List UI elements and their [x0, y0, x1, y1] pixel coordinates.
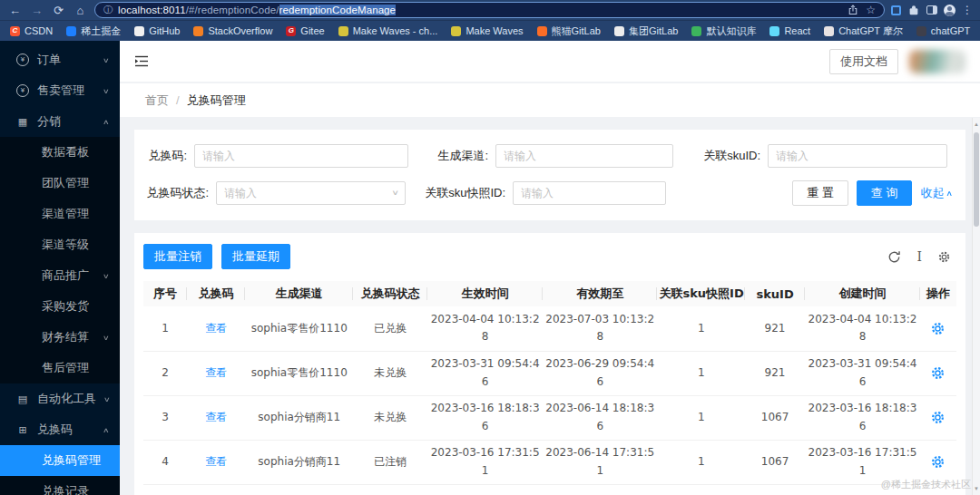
- favicon: [691, 26, 701, 36]
- view-link[interactable]: 查看: [205, 411, 227, 423]
- code-input[interactable]: [194, 144, 408, 168]
- chevron-down-icon: ∨: [103, 272, 110, 279]
- screenshot-extension-icon[interactable]: [891, 5, 901, 15]
- sidebar-item-product-promo[interactable]: 商品推广∨: [0, 260, 120, 291]
- row-settings-icon[interactable]: [930, 365, 946, 381]
- chevron-down-icon: ∨: [103, 87, 110, 94]
- favicon: G: [286, 26, 296, 36]
- content-area: 兑换码: 生成渠道: 关联skuID: 兑换码状态: ∨ 关联sku快照ID:: [120, 117, 980, 495]
- forward-icon[interactable]: →: [29, 5, 44, 16]
- bookmark-item[interactable]: Make Waves - ch...: [338, 25, 438, 36]
- reset-button[interactable]: 重 置: [792, 180, 848, 206]
- row-settings-icon[interactable]: [930, 454, 946, 470]
- bookmark-item[interactable]: chatGPT: [916, 25, 970, 36]
- scroll-up-icon[interactable]: ▲: [973, 120, 980, 129]
- batch-extend-button[interactable]: 批量延期: [221, 244, 290, 269]
- sidebar-item-team-mgmt[interactable]: 团队管理: [0, 168, 120, 199]
- reload-icon[interactable]: ⟳: [51, 5, 66, 16]
- url-selected-text: redemptionCodeManage: [279, 5, 397, 15]
- chevron-down-icon: ∨: [103, 56, 110, 63]
- sidebar-item-orders[interactable]: ¥订单∨: [0, 44, 120, 75]
- col-actions: 操作: [920, 281, 956, 306]
- bookmark-item[interactable]: React: [769, 25, 810, 36]
- sidebar-item-automation[interactable]: ▤自动化工具∨: [0, 383, 120, 414]
- chevron-down-icon: ∨: [103, 334, 110, 341]
- ticket-icon: ⊞: [16, 423, 29, 436]
- table-row: 4 查看 sophia分销商11 已注销 2023-03-16 17:31:51…: [143, 440, 956, 484]
- bookmark-item[interactable]: 集团GitLab: [614, 24, 678, 38]
- status-text: 未兑换: [353, 351, 427, 395]
- col-sku: skuID: [745, 281, 805, 306]
- table-panel: 批量注销 批量延期 I: [134, 233, 965, 495]
- row-density-icon[interactable]: I: [916, 250, 922, 263]
- breadcrumb-home[interactable]: 首页: [145, 92, 169, 109]
- redacted-user-info[interactable]: [909, 50, 965, 73]
- row-settings-icon[interactable]: [930, 410, 946, 425]
- bookmark-item[interactable]: CCSDN: [10, 25, 53, 36]
- favicon: [134, 26, 144, 36]
- browser-menu-icon[interactable]: ⋮: [962, 5, 973, 15]
- extensions-puzzle-icon[interactable]: [907, 4, 920, 16]
- sidebar-item-distribution[interactable]: ▦分销∧: [0, 106, 120, 137]
- main-area: 使用文档 首页 / 兑换码管理 兑换码: 生成渠道: 关联skuID:: [120, 41, 980, 495]
- view-link[interactable]: 查看: [205, 322, 227, 335]
- status-select[interactable]: [216, 181, 406, 205]
- query-button[interactable]: 查 询: [857, 180, 913, 206]
- side-panel-icon[interactable]: [926, 5, 937, 15]
- bookmark-item[interactable]: GitHub: [134, 25, 180, 36]
- sidebar-item-finance[interactable]: 财务结算∨: [0, 322, 120, 353]
- yen-circle-icon: ¥: [16, 53, 29, 66]
- chevron-up-icon: ∧: [103, 426, 110, 433]
- table-row: 5 查看 20231117创建 未兑换 2023-03-16 16:58:0 2…: [143, 484, 956, 495]
- bookmark-item[interactable]: GGitee: [286, 25, 324, 36]
- home-icon[interactable]: ⌂: [73, 5, 88, 16]
- share-icon[interactable]: [848, 5, 858, 15]
- url-text[interactable]: localhost:8011/#/redemptionCode/redempti…: [118, 5, 842, 15]
- sidebar-item-channel-level[interactable]: 渠道等级: [0, 229, 120, 260]
- favicon: [614, 26, 624, 36]
- favicon: [193, 26, 203, 36]
- favicon: C: [10, 26, 20, 36]
- sidebar-item-redemption-record[interactable]: 兑换记录: [0, 476, 120, 495]
- row-settings-icon[interactable]: [930, 321, 946, 336]
- table-row: 2 查看 sophia零售价1110 未兑换 2023-03-31 09:54:…: [143, 351, 956, 395]
- browser-toolbar: ← → ⟳ ⌂ ⓘ localhost:8011/#/redemptionCod…: [0, 0, 980, 20]
- channel-input[interactable]: [495, 144, 673, 168]
- view-link[interactable]: 查看: [205, 455, 227, 468]
- scrollbar-thumb[interactable]: [974, 132, 979, 227]
- channel-field-label: 生成渠道:: [423, 148, 495, 164]
- address-bar[interactable]: ⓘ localhost:8011/#/redemptionCode/redemp…: [94, 2, 885, 18]
- column-settings-icon[interactable]: [937, 250, 951, 264]
- collapse-link[interactable]: 收起∧: [920, 185, 953, 201]
- bookmark-item[interactable]: 稀土掘金: [66, 24, 121, 38]
- bookmark-star-icon[interactable]: ☆: [866, 5, 876, 15]
- view-link[interactable]: 查看: [205, 366, 227, 379]
- sidebar-item-aftersale[interactable]: 售后管理: [0, 353, 120, 383]
- scroll-down-icon[interactable]: ▼: [973, 484, 980, 493]
- sku-input[interactable]: [768, 144, 947, 168]
- sidebar-item-sales-mgmt[interactable]: ¥售卖管理∨: [0, 75, 120, 106]
- table-header-row: 序号 兑换码 生成渠道 兑换码状态 生效时间 有效期至 关联sku快照ID sk…: [143, 281, 956, 306]
- menu-fold-icon[interactable]: [134, 54, 149, 68]
- bookmark-item[interactable]: ChatGPT 摩尔: [824, 24, 903, 38]
- snapshot-input[interactable]: [513, 181, 666, 205]
- sidebar-item-redemption-code[interactable]: ⊞兑换码∧: [0, 414, 120, 445]
- bookmark-item[interactable]: 默认知识库: [691, 24, 756, 38]
- sidebar-item-purchase-ship[interactable]: 采购发货: [0, 291, 120, 322]
- bookmark-item[interactable]: StackOverflow: [193, 25, 272, 36]
- profile-avatar-icon[interactable]: [944, 5, 956, 16]
- bookmark-item[interactable]: Make Waves: [451, 25, 523, 36]
- batch-cancel-button[interactable]: 批量注销: [143, 244, 212, 269]
- sidebar-item-data-board[interactable]: 数据看板: [0, 137, 120, 168]
- status-text: 未兑换: [353, 395, 427, 440]
- content-scrollbar[interactable]: ▲ ▼: [972, 118, 980, 495]
- sidebar-item-redemption-code-mgmt[interactable]: 兑换码管理: [0, 445, 120, 476]
- docs-button[interactable]: 使用文档: [829, 49, 898, 74]
- bookmark-item[interactable]: 熊猫GitLab: [537, 24, 601, 38]
- site-info-icon[interactable]: ⓘ: [103, 5, 113, 15]
- sidebar-item-channel-mgmt[interactable]: 渠道管理: [0, 199, 120, 229]
- sku-field-label: 关联skuID:: [688, 148, 768, 164]
- col-start: 生效时间: [427, 281, 543, 306]
- back-icon[interactable]: ←: [7, 5, 23, 16]
- refresh-icon[interactable]: [887, 250, 901, 264]
